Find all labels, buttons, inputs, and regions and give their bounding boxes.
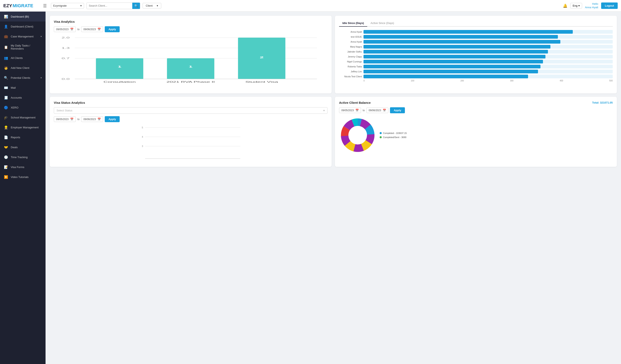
hbar-row: Jatinder Sidhu <box>339 50 613 54</box>
sidebar-item-all-clients[interactable]: 👥 All Clients <box>0 53 46 63</box>
calendar-icon: 📅 <box>98 28 101 31</box>
active-balance-header: Active Client Balance Total: 321071.05 <box>339 101 613 104</box>
logo-ezy: EZY <box>3 3 12 8</box>
sidebar-item-employer-management[interactable]: 👷 Employer Management <box>0 122 46 132</box>
active-balance-date-to[interactable]: 09/06/2023 📅 <box>366 108 388 113</box>
sidebar-icon-add-client: 🧑 <box>4 65 8 70</box>
svg-text:2.0: 2.0 <box>61 36 69 39</box>
visa-analytics-date-from[interactable]: 09/05/2023 📅 <box>54 27 76 32</box>
to-label: to <box>77 118 80 121</box>
sidebar-label-add-client: Add New Client <box>11 66 42 69</box>
sidebar-icon-reports: 📄 <box>4 135 8 140</box>
visa-analytics-date-to[interactable]: 09/06/2023 📅 <box>81 27 103 32</box>
sidebar-label-employer-management: Employer Management <box>11 126 42 129</box>
hbar-track <box>363 30 613 34</box>
logout-button[interactable]: Logout <box>601 2 618 9</box>
chevron-down-icon: ▾ <box>578 4 580 7</box>
donut-chart-area: Completed - 103637.15 Completed/Sent - 3… <box>339 117 613 154</box>
to-label: to <box>77 28 80 31</box>
sidebar-item-dashboard-client[interactable]: 👤 Dashboard (Client) <box>0 21 46 32</box>
sidebar-icon-mail: ✉️ <box>4 85 8 90</box>
hbar-track <box>363 70 613 73</box>
hbar-row: Anna Hyatt <box>339 30 613 34</box>
sidebar-icon-school-management: 🎓 <box>4 115 8 120</box>
idle-tabs-row: Idle Since (Days) Active Since (Days) <box>339 20 613 27</box>
sidebar-item-potential-clients[interactable]: 🔍 Potential Clients ▾ <box>0 73 46 83</box>
sidebar-icon-dashboard-client: 👤 <box>4 24 8 29</box>
hbar-label: Jeffrey Lim <box>339 70 362 73</box>
sidebar-item-reports[interactable]: 📄 Reports <box>0 132 46 142</box>
sidebar-icon-case-management: 💼 <box>4 34 8 39</box>
hbar-track <box>363 75 613 78</box>
svg-text:1.3: 1.3 <box>61 47 69 49</box>
hbar-fill <box>363 40 560 44</box>
legend-dot <box>380 136 382 138</box>
legend-item: Completed - 103637.15 <box>380 132 407 134</box>
status-select[interactable]: Select Status ▾ <box>54 107 328 114</box>
sidebar-icon-dashboard-bi: 📊 <box>4 14 8 19</box>
sidebar-item-daily-tasks[interactable]: 📋 My Daily Tasks / Reminders <box>0 41 46 53</box>
visa-status-date-from[interactable]: 09/05/2023 📅 <box>54 116 76 122</box>
tab-idle-since[interactable]: Idle Since (Days) <box>339 20 367 27</box>
lang-dropdown[interactable]: Eng ▾ <box>570 3 582 8</box>
legend-dot <box>380 132 382 134</box>
hbar-fill <box>363 30 573 34</box>
sidebar-label-daily-tasks: My Daily Tasks / Reminders <box>11 44 42 50</box>
active-balance-title: Active Client Balance <box>339 101 371 104</box>
org-dropdown[interactable]: Ezymigrate ▾ <box>51 3 84 8</box>
visa-status-date-to[interactable]: 09/06/2023 📅 <box>81 116 103 122</box>
sidebar-item-time-tracking[interactable]: 🕐 Time Tracking <box>0 152 46 162</box>
sidebar-item-video-tutorials[interactable]: ▶️ Video Tutorials <box>0 172 46 182</box>
sidebar-label-accounts: Accounts <box>11 96 42 99</box>
hbar-row: test iSSUE <box>339 35 613 39</box>
hbar-label: Anna Hyatt <box>339 41 362 43</box>
sidebar-label-all-clients: All Clients <box>11 56 42 60</box>
sidebar-icon-employer-management: 👷 <box>4 125 8 130</box>
hbar-row: Anna Hyatt <box>339 40 613 44</box>
search-button[interactable]: 🔍 <box>132 3 140 9</box>
search-input[interactable] <box>87 3 132 8</box>
visa-analytics-apply-button[interactable]: Apply <box>105 26 120 32</box>
hbar-label: test iSSUE <box>339 35 362 38</box>
chevron-down-icon: ▾ <box>157 4 158 7</box>
sidebar-label-dashboard-bi: Dashboard (BI) <box>11 15 42 18</box>
search-box: 🔍 <box>86 2 140 9</box>
sidebar-label-time-tracking: Time Tracking <box>11 156 42 159</box>
hbar-fill <box>363 45 551 48</box>
hbar-fill <box>363 65 540 68</box>
sidebar-icon-visa-forms: 📝 <box>4 165 8 169</box>
topnav-right: 🔔 Eng ▾ Hello Anna Hyatt Logout <box>563 2 618 9</box>
sidebar-icon-daily-tasks: 📋 <box>4 45 8 49</box>
hbar-label: Jatinder Sidhu <box>339 50 362 53</box>
svg-text:2: 2 <box>260 56 263 59</box>
sidebar-item-case-management[interactable]: 💼 Case Management ▾ <box>0 32 46 41</box>
calendar-icon: 📅 <box>70 28 73 31</box>
visa-status-apply-button[interactable]: Apply <box>105 116 120 122</box>
client-dropdown[interactable]: Client ▾ <box>143 3 161 8</box>
sidebar-icon-xero: 🔵 <box>4 105 8 110</box>
sidebar-item-deals[interactable]: 🤝 Deals <box>0 142 46 152</box>
chevron-down-icon: ▾ <box>80 4 82 7</box>
sidebar-icon-deals: 🤝 <box>4 145 8 149</box>
svg-text:0.0: 0.0 <box>61 78 69 80</box>
hamburger-icon[interactable]: ☰ <box>43 3 47 8</box>
active-balance-apply-button[interactable]: Apply <box>390 107 405 113</box>
hbar-row: Jeffrey Lim <box>339 70 613 73</box>
legend-label: Completed/Sent - 3690 <box>383 136 406 139</box>
svg-text:1: 1 <box>189 65 192 68</box>
sidebar-item-xero[interactable]: 🔵 XERO <box>0 103 46 112</box>
sidebar-item-add-client[interactable]: 🧑 Add New Client <box>0 63 46 73</box>
main-content: Visa Analytics 09/05/2023 📅 to 09/06/202… <box>46 12 621 364</box>
tab-active-since[interactable]: Active Since (Days) <box>367 20 397 27</box>
hbar-row: Roberta Tiatia <box>339 65 613 68</box>
sidebar-item-visa-forms[interactable]: 📝 Visa Forms <box>0 162 46 172</box>
chevron-down-icon: ▾ <box>41 35 42 38</box>
sidebar-item-school-management[interactable]: 🎓 School Management <box>0 112 46 122</box>
bell-icon[interactable]: 🔔 <box>563 3 567 8</box>
calendar-icon: 📅 <box>355 109 359 112</box>
sidebar-item-dashboard-bi[interactable]: 📊 Dashboard (BI) <box>0 12 46 21</box>
chevron-down-icon: ▾ <box>323 109 325 112</box>
sidebar-item-accounts[interactable]: 🧾 Accounts <box>0 93 46 103</box>
sidebar-item-mail[interactable]: ✉️ Mail <box>0 83 46 93</box>
active-balance-date-from[interactable]: 09/05/2023 📅 <box>339 108 361 113</box>
